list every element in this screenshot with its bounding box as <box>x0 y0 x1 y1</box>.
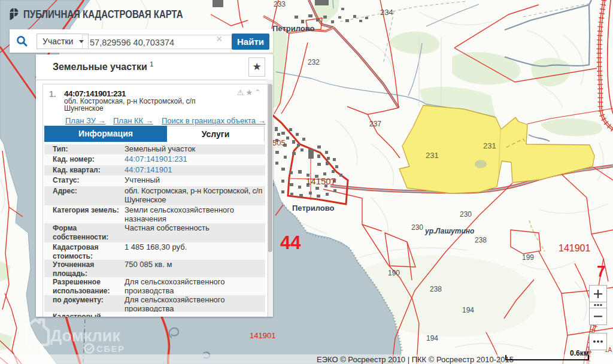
svg-text:232: 232 <box>308 58 320 66</box>
svg-text:44: 44 <box>280 232 301 253</box>
svg-text:194: 194 <box>462 306 474 314</box>
svg-text:234: 234 <box>380 8 393 17</box>
svg-text:233: 233 <box>274 0 286 8</box>
svg-text:Петрилово: Петрилово <box>292 204 335 213</box>
svg-text:238: 238 <box>430 285 442 293</box>
svg-text:231: 231 <box>483 141 496 150</box>
svg-text:194: 194 <box>426 334 438 342</box>
svg-text:199: 199 <box>522 253 534 262</box>
svg-text:230: 230 <box>460 210 472 219</box>
svg-text:Петрилово: Петрилово <box>272 24 315 33</box>
svg-text:141901: 141901 <box>559 243 590 253</box>
svg-text:ур.Лашутино: ур.Лашутино <box>424 227 474 235</box>
svg-text:231: 231 <box>426 151 439 160</box>
svg-text:СБЕР: СБЕР <box>96 344 125 354</box>
svg-text:7: 7 <box>597 262 605 280</box>
svg-text:237: 237 <box>369 120 381 128</box>
svg-text:Домклик: Домклик <box>50 327 120 345</box>
svg-text:141507: 141507 <box>306 176 336 186</box>
svg-text:230: 230 <box>411 223 423 232</box>
svg-text:238: 238 <box>475 236 487 244</box>
svg-text:190: 190 <box>388 269 400 277</box>
svg-text:505: 505 <box>272 138 286 147</box>
